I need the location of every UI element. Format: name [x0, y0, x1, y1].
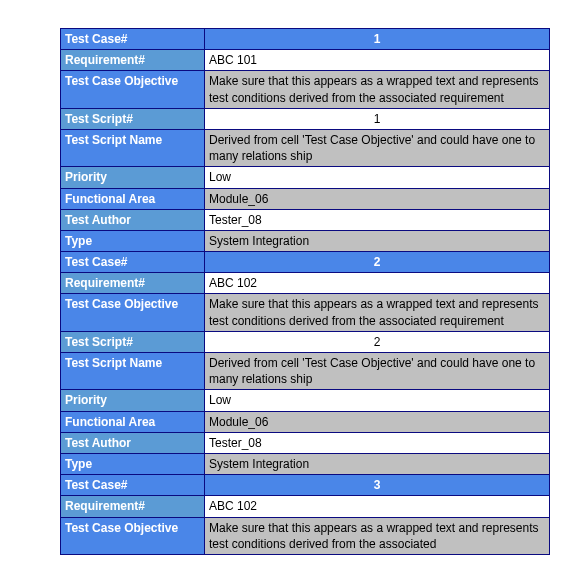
label-requirement: Requirement# — [61, 50, 205, 71]
label-functional-area: Functional Area — [61, 188, 205, 209]
value-priority-2: Low — [205, 390, 550, 411]
value-requirement-3: ABC 102 — [205, 496, 550, 517]
value-type-2: System Integration — [205, 453, 550, 474]
label-script-num: Test Script# — [61, 108, 205, 129]
value-script-name-1: Derived from cell 'Test Case Objective' … — [205, 129, 550, 166]
label-script-name: Test Script Name — [61, 129, 205, 166]
label-type: Type — [61, 230, 205, 251]
value-objective-3: Make sure that this appears as a wrapped… — [205, 517, 550, 554]
label-script-num: Test Script# — [61, 331, 205, 352]
value-objective-2: Make sure that this appears as a wrapped… — [205, 294, 550, 331]
value-functional-area-2: Module_06 — [205, 411, 550, 432]
label-test-case-num: Test Case# — [61, 252, 205, 273]
value-functional-area-1: Module_06 — [205, 188, 550, 209]
value-script-num-2: 2 — [205, 331, 550, 352]
label-requirement: Requirement# — [61, 496, 205, 517]
value-type-1: System Integration — [205, 230, 550, 251]
value-requirement-2: ABC 102 — [205, 273, 550, 294]
value-objective-1: Make sure that this appears as a wrapped… — [205, 71, 550, 108]
label-requirement: Requirement# — [61, 273, 205, 294]
label-objective: Test Case Objective — [61, 517, 205, 554]
label-test-case-num: Test Case# — [61, 475, 205, 496]
value-script-num-1: 1 — [205, 108, 550, 129]
label-priority: Priority — [61, 167, 205, 188]
value-priority-1: Low — [205, 167, 550, 188]
label-priority: Priority — [61, 390, 205, 411]
label-type: Type — [61, 453, 205, 474]
label-functional-area: Functional Area — [61, 411, 205, 432]
label-test-author: Test Author — [61, 209, 205, 230]
label-script-name: Test Script Name — [61, 353, 205, 390]
label-test-case-num: Test Case# — [61, 29, 205, 50]
value-requirement-1: ABC 101 — [205, 50, 550, 71]
value-script-name-2: Derived from cell 'Test Case Objective' … — [205, 353, 550, 390]
value-test-case-num-3: 3 — [205, 475, 550, 496]
label-objective: Test Case Objective — [61, 294, 205, 331]
value-test-author-2: Tester_08 — [205, 432, 550, 453]
value-test-case-num-1: 1 — [205, 29, 550, 50]
value-test-author-1: Tester_08 — [205, 209, 550, 230]
test-case-table: Test Case#1 Requirement#ABC 101 Test Cas… — [60, 28, 550, 555]
label-objective: Test Case Objective — [61, 71, 205, 108]
value-test-case-num-2: 2 — [205, 252, 550, 273]
label-test-author: Test Author — [61, 432, 205, 453]
